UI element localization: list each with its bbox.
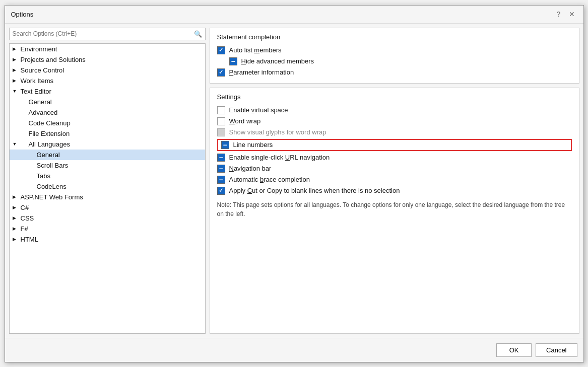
tree-item-text-editor[interactable]: ▼Text Editor [10,86,205,97]
tree-item-label: Code Cleanup [21,119,71,127]
checkbox-show-visual-glyphs [217,128,225,136]
tree-item-label: F# [21,225,28,233]
tree-item-file-extension[interactable]: File Extension [10,128,205,139]
tree-item-label: ASP.NET Web Forms [21,193,83,201]
options-dialog: Options ? ✕ 🔍 ▶Environment▶Projects and … [5,5,584,362]
tree-item-label: General [21,98,52,106]
checkmark-icon: ✓ [219,47,223,53]
checkbox-parameter-information[interactable]: ✓ [217,68,225,77]
option-parameter-information: ✓ Parameter information [217,67,572,78]
option-show-visual-glyphs: Show visual glyphs for word wrap [217,127,572,138]
search-icon: 🔍 [194,30,202,38]
tree-item-fsharp[interactable]: ▶F# [10,224,205,234]
tree-item-general-sub[interactable]: General [10,150,205,160]
note-text: Note: This page sets options for all lan… [217,196,572,223]
tree-item-label: Advanced [21,109,58,116]
option-enable-virtual-space: Enable virtual space [217,105,572,116]
tree-item-label: General [21,151,60,159]
option-line-numbers: − Line numbers [217,139,572,151]
tree-item-label: C# [21,204,29,211]
checkbox-auto-list-members[interactable]: ✓ [217,46,225,54]
title-bar-right: ? ✕ [553,9,577,20]
tree-item-advanced[interactable]: Advanced [10,107,205,118]
tree-panel[interactable]: ▶Environment▶Projects and Solutions▶Sour… [9,43,206,334]
tree-item-label: Scroll Bars [21,162,69,169]
arrow-icon: ▼ [13,89,19,94]
tree-item-html[interactable]: ▶HTML [10,234,205,245]
tree-item-label: CSS [21,214,34,222]
checkbox-enable-virtual-space[interactable] [217,106,225,114]
checkbox-hide-advanced-members[interactable]: − [229,57,237,65]
dialog-footer: OK Cancel [5,338,583,362]
arrow-icon: ▶ [13,237,19,242]
tree-item-label: CodeLens [21,183,67,190]
tree-item-general[interactable]: General [10,97,205,107]
tree-item-work-items[interactable]: ▶Work Items [10,76,205,86]
title-bar-left: Options [11,11,34,18]
tree-item-csharp[interactable]: ▶C# [10,202,205,213]
arrow-icon: ▶ [13,226,19,231]
arrow-icon: ▶ [13,67,19,72]
close-button[interactable]: ✕ [566,9,577,20]
tree-item-label: HTML [21,236,38,243]
tree-item-tabs[interactable]: Tabs [10,171,205,181]
minus-icon-url: − [219,154,223,161]
checkmark-icon2: ✓ [219,69,223,76]
label-automatic-brace-completion: Automatic brace completion [229,176,310,183]
minus-icon-brace: − [219,176,223,183]
checkbox-navigation-bar[interactable]: − [217,165,225,173]
tree-item-label: Environment [21,45,57,53]
checkbox-automatic-brace-completion[interactable]: − [217,176,225,184]
arrow-icon: ▶ [13,205,19,210]
minus-icon-line-numbers: − [223,141,227,149]
right-panel: Statement completion ✓ Auto list members… [210,28,579,334]
checkbox-line-numbers[interactable]: − [221,141,229,149]
tree-item-scroll-bars[interactable]: Scroll Bars [10,160,205,171]
label-show-visual-glyphs: Show visual glyphs for word wrap [229,128,326,136]
option-automatic-brace-completion: − Automatic brace completion [217,174,572,185]
label-auto-list-members: Auto list members [229,46,282,54]
tree-item-label: All Languages [21,140,70,148]
label-word-wrap: Word wrap [229,117,261,125]
arrow-icon: ▶ [13,194,19,199]
title-bar: Options ? ✕ [5,6,583,24]
label-navigation-bar: Navigation bar [229,165,272,172]
tree-item-projects-and-solutions[interactable]: ▶Projects and Solutions [10,54,205,65]
arrow-icon: ▶ [13,78,19,83]
checkbox-word-wrap[interactable] [217,117,225,125]
tree-item-source-control[interactable]: ▶Source Control [10,65,205,76]
tree-item-code-cleanup[interactable]: Code Cleanup [10,118,205,128]
settings-title: Settings [217,93,572,101]
checkbox-enable-single-click-url[interactable]: − [217,154,225,162]
ok-button[interactable]: OK [496,343,532,357]
label-line-numbers: Line numbers [233,141,273,149]
label-apply-cut-or-copy: Apply Cut or Copy to blank lines when th… [229,187,400,194]
option-word-wrap: Word wrap [217,116,572,127]
dialog-title: Options [11,11,34,18]
option-apply-cut-or-copy: ✓ Apply Cut or Copy to blank lines when … [217,185,572,196]
search-input[interactable] [13,30,192,37]
arrow-icon: ▼ [13,141,19,146]
tree-item-all-languages[interactable]: ▼All Languages [10,139,205,150]
arrow-icon: ▶ [13,215,19,221]
option-navigation-bar: − Navigation bar [217,163,572,174]
tree-item-css[interactable]: ▶CSS [10,213,205,224]
minus-icon-nav: − [219,165,223,172]
arrow-icon: ▶ [13,46,19,51]
checkmark-icon-cut: ✓ [219,187,223,194]
help-button[interactable]: ? [553,9,564,20]
tree-item-label: File Extension [21,130,70,137]
dialog-body: 🔍 ▶Environment▶Projects and Solutions▶So… [5,24,583,338]
statement-completion-section: Statement completion ✓ Auto list members… [210,28,579,84]
checkbox-apply-cut-or-copy[interactable]: ✓ [217,187,225,195]
statement-completion-title: Statement completion [217,33,572,41]
label-parameter-information: Parameter information [229,68,294,76]
tree-item-aspnet-web-forms[interactable]: ▶ASP.NET Web Forms [10,192,205,202]
search-box[interactable]: 🔍 [9,28,206,40]
tree-item-label: Text Editor [21,88,51,95]
settings-section: Settings Enable virtual space Word wrap … [210,88,579,334]
tree-item-environment[interactable]: ▶Environment [10,44,205,54]
tree-item-codelens[interactable]: CodeLens [10,181,205,192]
cancel-button[interactable]: Cancel [536,343,577,357]
label-hide-advanced-members: Hide advanced members [241,57,314,65]
